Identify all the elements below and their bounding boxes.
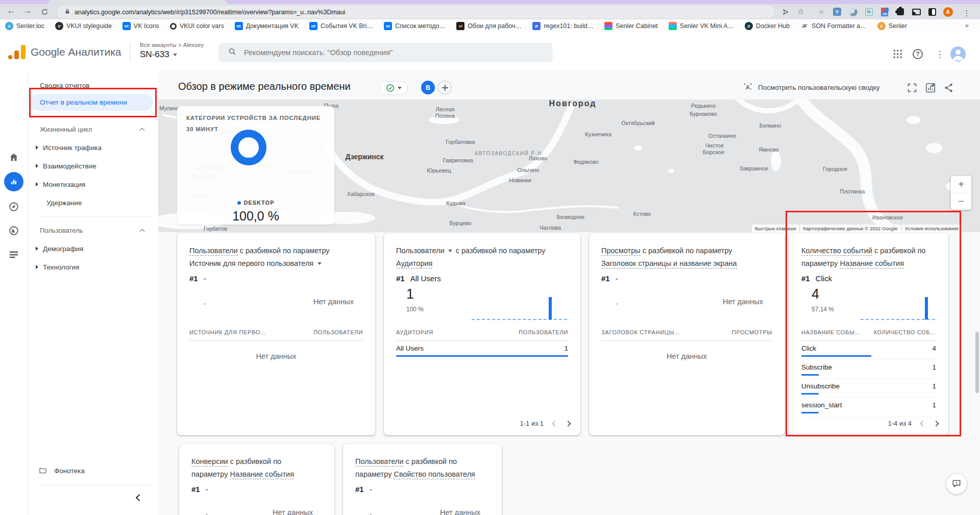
sidebar-item[interactable]: Пользователь	[28, 221, 158, 239]
property-selector[interactable]: SN-633	[140, 50, 177, 60]
next-page-chevron[interactable]	[933, 421, 939, 426]
rank-line: #1-	[601, 272, 772, 284]
map-label: Завражное	[740, 165, 769, 171]
bookmarks-overflow-chevron[interactable]: »	[965, 21, 969, 29]
bookmark-item[interactable]: Senler VK Mini A…	[669, 22, 734, 30]
table-row[interactable]: Click4	[801, 341, 936, 360]
zoom-out-button[interactable]: −	[951, 193, 971, 210]
extension-icon[interactable]: ON	[879, 6, 890, 17]
data-status-pill[interactable]	[379, 81, 408, 95]
edit-chart-icon[interactable]	[925, 82, 936, 93]
next-page-chevron[interactable]	[565, 421, 571, 426]
card-users-by-source[interactable]: Пользователи с разбивкой по параметру Ис…	[177, 233, 375, 435]
table-row[interactable]: session_start1	[801, 398, 936, 416]
extension-icon[interactable]: V	[831, 6, 843, 17]
sidebar-item[interactable]	[28, 212, 158, 221]
metric-percent: 57,14 %	[812, 306, 834, 313]
back-button[interactable]: ←	[5, 6, 17, 16]
map-label: Борское	[703, 149, 724, 155]
fullscreen-icon[interactable]	[906, 82, 918, 93]
reload-button[interactable]	[39, 6, 50, 17]
active-tab[interactable]	[48, 0, 227, 4]
reports-icon-active[interactable]	[4, 172, 23, 191]
sidebar-item[interactable]: Демография	[28, 239, 158, 258]
user-summary-button[interactable]: Посмотреть пользовательскую сводку	[743, 83, 880, 92]
map-attribution-item[interactable]: Быстрые клавиши	[752, 225, 799, 232]
card-users-by-audience[interactable]: Пользователи с разбивкой по параметру Ау…	[384, 233, 580, 435]
chevron-down-icon[interactable]	[448, 250, 452, 252]
card-events-by-name[interactable]: Количество событий с разбивкой по параме…	[789, 233, 948, 435]
sidebar-item-library[interactable]: Фонотека	[28, 462, 151, 479]
bookmark-item[interactable]: S Senler.loc	[5, 22, 44, 30]
url-bar[interactable]: analytics.google.com/analytics/web/#/p31…	[57, 6, 774, 18]
bookmark-item[interactable]: D Docker Hub	[745, 22, 790, 30]
sidebar-item[interactable]: Отчет в реальном времени	[30, 94, 153, 111]
map-label: Бурнаково	[690, 111, 717, 117]
extension-icon[interactable]	[911, 6, 922, 17]
sidebar-item[interactable]: Источник трафика	[28, 138, 158, 157]
comparison-badge[interactable]: B	[421, 81, 435, 94]
home-icon[interactable]	[8, 152, 19, 163]
bookmark-item[interactable]: VK События VK Bri…	[309, 22, 373, 30]
prev-page-chevron[interactable]	[552, 421, 557, 426]
explore-icon[interactable]	[8, 201, 19, 212]
metric-value: 1	[406, 286, 414, 302]
card-conversions-by-event[interactable]: Конверсии с разбивкой по параметру Назва…	[179, 444, 334, 515]
bookmark-item[interactable]: VK Документация VK	[235, 22, 299, 30]
bookmark-item[interactable]: W Обои для рабоч…	[456, 22, 522, 30]
bookmark-item[interactable]: S Senler	[877, 22, 907, 30]
extension-icon[interactable]: V	[847, 6, 859, 17]
ga-logo[interactable]	[8, 45, 26, 60]
bookmark-item[interactable]: VK Список методо…	[384, 22, 446, 30]
card-users-by-property[interactable]: Пользователи с разбивкой по параметру Св…	[343, 444, 502, 515]
map-attribution-item[interactable]: Условия использования	[902, 225, 962, 232]
bookmark-item[interactable]: V VKUI styleguide	[55, 22, 112, 30]
bookmark-item[interactable]: Senler Cabinet	[604, 22, 658, 30]
chevron-down-icon[interactable]	[317, 262, 322, 265]
extension-icon[interactable]: ∗	[816, 6, 827, 17]
extension-icon[interactable]: N	[863, 6, 874, 17]
sidebar-item[interactable]: Сводка отчетов	[28, 77, 158, 94]
browser-menu-icon[interactable]: ⋮	[963, 8, 971, 18]
ga-menu-icon[interactable]: ⋮	[934, 48, 945, 60]
bookmark-item[interactable]: VK VK Icons	[122, 22, 159, 30]
extension-icon[interactable]: A	[942, 6, 953, 17]
bookmark-item[interactable]: R regex101: build…	[532, 22, 594, 30]
table-row[interactable]: Subscribe1	[801, 360, 936, 379]
extension-icon[interactable]	[895, 6, 906, 17]
bookmark-star-icon[interactable]: ☆	[795, 6, 806, 17]
table-row[interactable]: Unsubscribe1	[801, 379, 936, 398]
search-box[interactable]	[218, 43, 553, 62]
device-categories-card[interactable]: КАТЕГОРИИ УСТРОЙСТВ ЗА ПОСЛЕДНИЕ 30 МИНУ…	[177, 106, 334, 225]
map-label: Кудьма	[446, 200, 465, 206]
advertising-icon[interactable]	[8, 225, 19, 236]
share-icon[interactable]	[943, 82, 954, 93]
scrollbar-thumb[interactable]	[975, 332, 979, 393]
user-avatar[interactable]	[950, 46, 966, 62]
add-comparison-button[interactable]	[438, 81, 452, 94]
feedback-button[interactable]	[946, 473, 967, 495]
search-input[interactable]	[244, 48, 509, 57]
sidebar-item[interactable]: Монетизация	[28, 175, 158, 193]
prev-page-chevron[interactable]	[920, 421, 925, 426]
zoom-in-button[interactable]: +	[951, 176, 971, 193]
sidebar-item[interactable]	[28, 111, 158, 120]
bookmark-item[interactable]: VKUI color vars	[170, 22, 224, 30]
left-rail	[0, 70, 28, 515]
map-attribution-item[interactable]: Картографические данные © 2022 Google	[800, 225, 900, 232]
sidebar-item[interactable]: Жизненный цикл	[28, 120, 158, 138]
bookmark-item[interactable]: JF SON Formatter a…	[800, 22, 867, 30]
table-row[interactable]: All Users1	[396, 341, 568, 360]
extension-icon[interactable]	[926, 6, 938, 17]
table-header: ЗАГОЛОВОК СТРАНИЦЫ…ПРОСМОТРЫ	[601, 329, 772, 341]
sidebar-item[interactable]: Взаимодействие	[28, 157, 158, 175]
sidebar-item[interactable]: Технология	[28, 258, 158, 276]
forward-button[interactable]: →	[21, 6, 34, 16]
apps-grid-icon[interactable]	[893, 50, 902, 59]
send-to-device-icon[interactable]	[780, 6, 791, 17]
card-views-by-page[interactable]: Просмотры с разбивкой по параметру Загол…	[589, 233, 785, 435]
help-icon[interactable]: ?	[913, 49, 923, 59]
map-label: Плотинка	[840, 188, 865, 194]
sidebar-item[interactable]: Удержание	[28, 193, 158, 212]
library-icon[interactable]	[8, 249, 19, 260]
